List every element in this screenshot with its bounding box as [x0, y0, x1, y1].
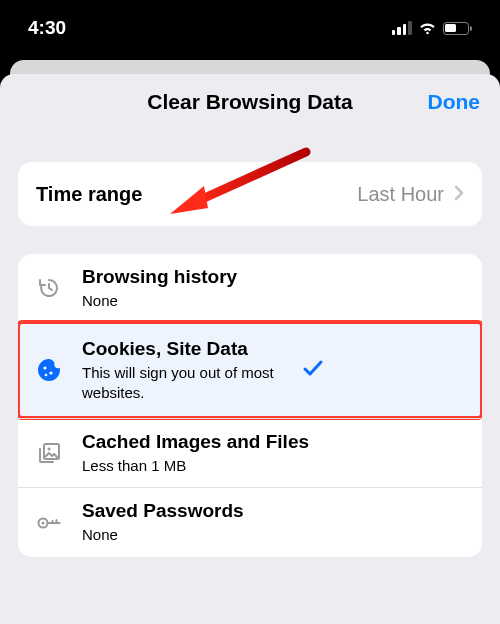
item-title: Saved Passwords: [82, 500, 464, 523]
item-subtitle: This will sign you out of most websites.: [82, 363, 302, 402]
battery-icon: [443, 22, 473, 35]
svg-point-2: [49, 372, 52, 375]
cookies-site-data-row[interactable]: Cookies, Site Data This will sign you ou…: [18, 320, 482, 420]
time-range-label: Time range: [36, 183, 142, 206]
item-subtitle: Less than 1 MB: [82, 456, 464, 476]
key-icon: [36, 510, 62, 536]
cellular-signal-icon: [392, 21, 412, 35]
status-bar: 4:30: [0, 0, 500, 56]
sheet-header: Clear Browsing Data Done: [0, 74, 500, 130]
svg-point-3: [45, 374, 48, 377]
item-subtitle: None: [82, 525, 464, 545]
browsing-history-row[interactable]: Browsing history None: [18, 254, 482, 322]
cookie-icon: [36, 357, 62, 383]
time-range-group: Time range Last Hour: [18, 162, 482, 226]
checkmark-icon: [302, 357, 324, 383]
cached-images-row[interactable]: Cached Images and Files Less than 1 MB: [18, 418, 482, 487]
svg-point-5: [48, 448, 51, 451]
time-range-value-container: Last Hour: [357, 183, 464, 206]
page-title: Clear Browsing Data: [147, 90, 352, 114]
item-title: Browsing history: [82, 266, 464, 289]
saved-passwords-row[interactable]: Saved Passwords None: [18, 487, 482, 556]
status-icons: [392, 21, 473, 35]
item-subtitle: None: [82, 291, 464, 311]
status-time: 4:30: [28, 17, 66, 39]
svg-point-1: [43, 367, 46, 370]
history-icon: [36, 275, 62, 301]
data-types-group: Browsing history None Cookies, Site Data…: [18, 254, 482, 557]
item-title: Cached Images and Files: [82, 431, 464, 454]
time-range-row[interactable]: Time range Last Hour: [18, 162, 482, 226]
done-button[interactable]: Done: [428, 90, 481, 114]
svg-point-0: [426, 32, 429, 35]
time-range-value: Last Hour: [357, 183, 444, 206]
wifi-icon: [418, 21, 437, 35]
images-icon: [36, 440, 62, 466]
chevron-right-icon: [454, 183, 464, 206]
item-title: Cookies, Site Data: [82, 338, 302, 361]
modal-sheet: Clear Browsing Data Done Time range Last…: [0, 74, 500, 624]
svg-point-7: [42, 521, 45, 524]
